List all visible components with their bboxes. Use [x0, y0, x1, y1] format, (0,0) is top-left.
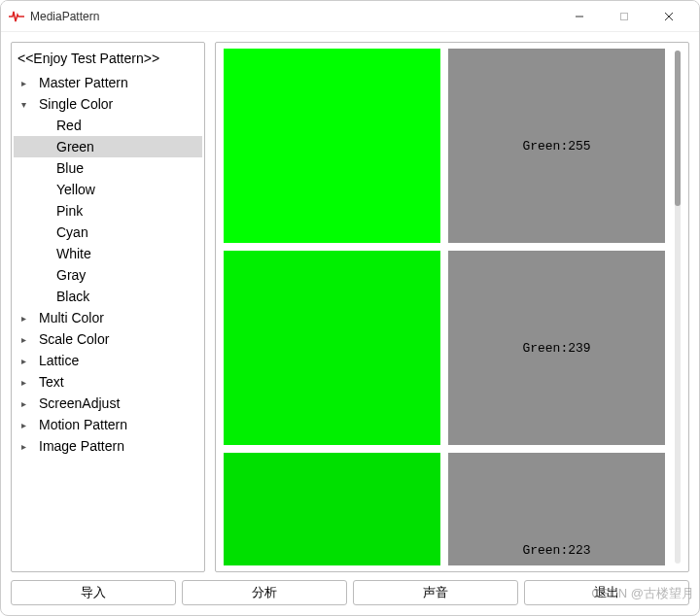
- tree-node-label: Text: [39, 374, 64, 390]
- chevron-right-icon[interactable]: ▸: [21, 441, 35, 452]
- swatch-info[interactable]: Green:255: [448, 49, 665, 243]
- tree-leaf[interactable]: Pink: [14, 200, 202, 222]
- window-title: MediaPattern: [30, 10, 557, 23]
- tree-node-label: Image Pattern: [39, 438, 124, 454]
- chevron-right-icon[interactable]: ▸: [21, 356, 35, 366]
- tree-leaf[interactable]: Blue: [14, 157, 202, 179]
- tree-node-label: Motion Pattern: [39, 417, 127, 432]
- button-row: 导入 分析 声音 退出: [1, 576, 699, 615]
- titlebar: MediaPattern: [1, 1, 699, 32]
- tree-header: <<Enjoy Test Pattern>>: [14, 47, 202, 72]
- tree-node[interactable]: ▸Motion Pattern: [14, 414, 202, 435]
- swatch-info[interactable]: Green:239: [448, 251, 665, 445]
- swatch-info-label: Green:239: [522, 341, 590, 356]
- tree-node[interactable]: ▸Image Pattern: [14, 435, 202, 457]
- tree-leaf[interactable]: Cyan: [14, 222, 202, 243]
- tree-node[interactable]: ▸Lattice: [14, 350, 202, 371]
- chevron-right-icon[interactable]: ▸: [21, 78, 35, 88]
- tree-leaf-label: White: [56, 246, 91, 261]
- svg-rect-1: [621, 13, 628, 19]
- chevron-right-icon[interactable]: ▸: [21, 420, 35, 430]
- tree-leaf[interactable]: Gray: [14, 264, 202, 286]
- tree-node-label: ScreenAdjust: [39, 395, 120, 411]
- close-button[interactable]: [647, 2, 691, 31]
- tree-node-label: Master Pattern: [39, 75, 128, 90]
- body-area: <<Enjoy Test Pattern>> ▸Master Pattern▾S…: [1, 32, 699, 576]
- color-swatch[interactable]: [224, 49, 440, 243]
- chevron-right-icon[interactable]: ▸: [21, 334, 35, 345]
- tree-node[interactable]: ▸ScreenAdjust: [14, 393, 202, 414]
- tree-node-label: Multi Color: [39, 310, 104, 325]
- swatch-info-label: Green:223: [522, 543, 590, 558]
- chevron-right-icon[interactable]: ▸: [21, 398, 35, 409]
- main-window: MediaPattern <<Enjoy Test Pattern>> ▸Mas…: [0, 0, 700, 616]
- color-swatch[interactable]: [224, 251, 440, 445]
- tree-root: ▸Master Pattern▾Single ColorRedGreenBlue…: [14, 72, 202, 457]
- tree-panel: <<Enjoy Test Pattern>> ▸Master Pattern▾S…: [11, 42, 205, 572]
- swatch-info[interactable]: Green:223: [448, 453, 665, 565]
- tree-node[interactable]: ▸Multi Color: [14, 307, 202, 328]
- maximize-button: [602, 2, 647, 31]
- tree-node[interactable]: ▸Text: [14, 371, 202, 393]
- content-panel: Green:255Green:239Green:223: [215, 42, 689, 572]
- tree-leaf[interactable]: Green: [14, 136, 202, 157]
- window-controls: [557, 2, 691, 31]
- tree-leaf[interactable]: Red: [14, 115, 202, 136]
- tree-leaf-label: Gray: [56, 267, 86, 283]
- chevron-right-icon[interactable]: ▸: [21, 377, 35, 388]
- import-button[interactable]: 导入: [11, 580, 176, 605]
- tree-leaf-label: Green: [56, 139, 94, 154]
- scrollbar[interactable]: [675, 51, 681, 564]
- scrollbar-thumb[interactable]: [675, 51, 681, 206]
- tree-leaf-label: Pink: [56, 203, 83, 219]
- tree-node-label: Single Color: [39, 96, 113, 112]
- swatch-info-label: Green:255: [522, 139, 590, 154]
- tree-leaf[interactable]: Black: [14, 286, 202, 307]
- tree-leaf-label: Blue: [56, 160, 84, 176]
- chevron-right-icon[interactable]: ▸: [21, 313, 35, 324]
- tree-leaf[interactable]: White: [14, 243, 202, 264]
- color-swatch[interactable]: [224, 453, 440, 565]
- tree-leaf-label: Black: [56, 289, 89, 304]
- swatch-grid: Green:255Green:239Green:223: [224, 49, 665, 565]
- chevron-down-icon[interactable]: ▾: [21, 99, 35, 110]
- sound-button[interactable]: 声音: [353, 580, 518, 605]
- exit-button[interactable]: 退出: [524, 580, 689, 605]
- tree-leaf-label: Yellow: [56, 182, 95, 197]
- tree-leaf[interactable]: Yellow: [14, 179, 202, 200]
- tree-node-label: Scale Color: [39, 331, 109, 347]
- tree-node[interactable]: ▾Single Color: [14, 93, 202, 115]
- analyze-button[interactable]: 分析: [182, 580, 347, 605]
- minimize-button[interactable]: [557, 2, 602, 31]
- tree-node[interactable]: ▸Scale Color: [14, 328, 202, 350]
- tree-node-label: Lattice: [39, 353, 79, 368]
- tree-leaf-label: Cyan: [56, 224, 88, 240]
- tree-leaf-label: Red: [56, 118, 82, 133]
- tree-node[interactable]: ▸Master Pattern: [14, 72, 202, 93]
- app-icon: [9, 9, 24, 24]
